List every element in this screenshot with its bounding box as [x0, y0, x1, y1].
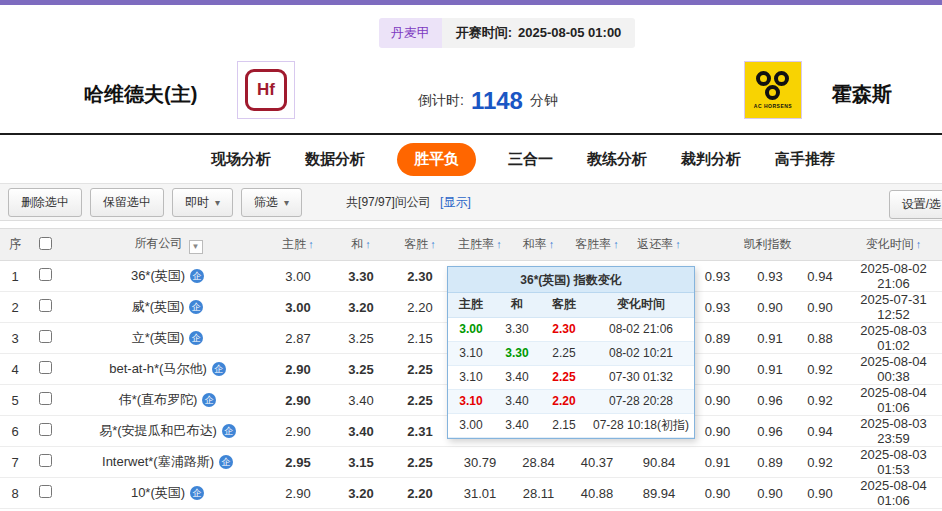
select-all-checkbox[interactable] — [39, 237, 52, 250]
odds-home[interactable]: 2.87 — [265, 323, 331, 354]
row-checkbox[interactable] — [39, 392, 52, 405]
odds-draw[interactable]: 3.15 — [331, 447, 391, 478]
delete-selected-button[interactable]: 删除选中 — [8, 188, 82, 217]
company-name[interactable]: bet-at-h*(马尔他) — [109, 361, 207, 376]
home-crest-icon: Hf — [245, 69, 287, 111]
display-link[interactable]: [显示] — [440, 195, 471, 209]
col-home-rate[interactable]: 主胜率↑ — [449, 229, 511, 261]
company-info-icon[interactable]: 企 — [202, 393, 216, 407]
odds-home[interactable]: 2.90 — [265, 416, 331, 447]
kelly-index-3: 0.88 — [795, 323, 845, 354]
popup-odds-draw: 3.40 — [494, 365, 540, 389]
tab-expert-picks[interactable]: 高手推荐 — [773, 144, 837, 175]
odds-away[interactable]: 2.30 — [391, 261, 449, 292]
countdown: 倒计时: 1148 分钟 — [418, 87, 558, 115]
company-filter-icon[interactable]: ▼ — [189, 240, 203, 254]
tab-win-draw-lose[interactable]: 胜平负 — [397, 143, 476, 176]
odds-away[interactable]: 2.20 — [391, 292, 449, 323]
company-info-icon[interactable]: 企 — [189, 331, 203, 345]
odds-home[interactable]: 2.90 — [265, 385, 331, 416]
popup-odds-home: 3.00 — [448, 413, 494, 437]
kelly-index-1: 0.90 — [690, 354, 745, 385]
odds-away[interactable]: 2.20 — [391, 478, 449, 509]
company-count-text: 共[97/97]间公司 — [346, 195, 431, 209]
company-cell: 立*(英国)企 — [60, 323, 265, 354]
col-home-odds[interactable]: 主胜↑ — [265, 229, 331, 261]
change-time: 2025-08-04 00:38 — [845, 354, 942, 385]
company-info-icon[interactable]: 企 — [190, 269, 204, 283]
odds-away[interactable]: 2.31 — [391, 416, 449, 447]
odds-away[interactable]: 2.15 — [391, 323, 449, 354]
tab-referee-analysis[interactable]: 裁判分析 — [679, 144, 743, 175]
filter-dropdown[interactable]: 筛选 ▾ — [241, 188, 302, 217]
company-info-icon[interactable]: 企 — [212, 362, 226, 376]
col-away-odds[interactable]: 客胜↑ — [391, 229, 449, 261]
row-checkbox[interactable] — [39, 268, 52, 281]
company-info-icon[interactable]: 企 — [222, 424, 236, 438]
company-name[interactable]: Interwet*(塞浦路斯) — [102, 454, 214, 469]
odds-away[interactable]: 2.25 — [391, 447, 449, 478]
tab-three-in-one[interactable]: 三合一 — [506, 144, 555, 175]
settings-button[interactable]: 设置/选 — [889, 190, 942, 219]
odds-draw[interactable]: 3.40 — [331, 416, 391, 447]
odds-draw[interactable]: 3.25 — [331, 323, 391, 354]
col-away-rate[interactable]: 客胜率↑ — [566, 229, 628, 261]
away-team-logo: AC HORSENS — [744, 61, 802, 119]
kelly-index-2: 0.90 — [745, 292, 795, 323]
col-draw-odds[interactable]: 和↑ — [331, 229, 391, 261]
company-cell: 10*(英国)企 — [60, 478, 265, 509]
tab-data-analysis[interactable]: 数据分析 — [303, 144, 367, 175]
kelly-index-1: 0.93 — [690, 261, 745, 292]
odds-home[interactable]: 2.95 — [265, 447, 331, 478]
row-checkbox[interactable] — [39, 361, 52, 374]
row-checkbox[interactable] — [39, 454, 52, 467]
row-checkbox[interactable] — [39, 485, 52, 498]
popup-odds-away: 2.25 — [540, 365, 588, 389]
company-name[interactable]: 10*(英国) — [131, 485, 185, 500]
odds-draw[interactable]: 3.20 — [331, 292, 391, 323]
company-name[interactable]: 伟*(直布罗陀) — [119, 392, 198, 407]
col-company[interactable]: 所有公司▼ — [60, 229, 265, 261]
company-name[interactable]: 36*(英国) — [131, 268, 185, 283]
odds-home[interactable]: 2.90 — [265, 354, 331, 385]
popup-odds-home: 3.00 — [448, 317, 494, 341]
tab-live-analysis[interactable]: 现场分析 — [209, 144, 273, 175]
popup-col-draw: 和 — [494, 293, 540, 317]
kelly-index-2: 0.93 — [745, 261, 795, 292]
sort-up-icon: ↑ — [365, 238, 371, 250]
countdown-label: 倒计时: — [418, 92, 464, 110]
odds-away[interactable]: 2.25 — [391, 385, 449, 416]
odds-draw[interactable]: 3.40 — [331, 385, 391, 416]
col-kelly[interactable]: 凯利指数 — [690, 229, 845, 261]
col-draw-rate[interactable]: 和率↑ — [511, 229, 566, 261]
company-info-icon[interactable]: 企 — [219, 455, 233, 469]
company-info-icon[interactable]: 企 — [189, 300, 203, 314]
col-index[interactable]: 序 — [0, 229, 30, 261]
popup-col-time: 变化时间 — [588, 293, 694, 317]
odds-home[interactable]: 3.00 — [265, 261, 331, 292]
row-checkbox-cell — [30, 354, 60, 385]
odds-draw[interactable]: 3.25 — [331, 354, 391, 385]
odds-home[interactable]: 3.00 — [265, 292, 331, 323]
away-crest-icon — [753, 71, 793, 103]
odds-home[interactable]: 2.90 — [265, 478, 331, 509]
tab-coach-analysis[interactable]: 教练分析 — [585, 144, 649, 175]
row-checkbox[interactable] — [39, 423, 52, 436]
keep-selected-button[interactable]: 保留选中 — [90, 188, 164, 217]
popup-change-time: 08-02 10:21 — [588, 341, 694, 365]
col-change-time[interactable]: 变化时间↑ — [845, 229, 942, 261]
col-return-rate[interactable]: 返还率↑ — [628, 229, 690, 261]
instant-dropdown[interactable]: 即时 ▾ — [172, 188, 233, 217]
row-index: 1 — [0, 261, 30, 292]
company-name[interactable]: 立*(英国) — [132, 330, 185, 345]
company-name[interactable]: 易*(安提瓜和巴布达) — [99, 423, 217, 438]
row-checkbox[interactable] — [39, 299, 52, 312]
odds-draw[interactable]: 3.30 — [331, 261, 391, 292]
row-checkbox[interactable] — [39, 330, 52, 343]
company-info-icon[interactable]: 企 — [190, 486, 204, 500]
table-header-row: 序 所有公司▼ 主胜↑ 和↑ 客胜↑ 主胜率↑ 和率↑ 客胜率↑ 返还率↑ 凯利… — [0, 229, 942, 261]
company-name[interactable]: 威*(英国) — [132, 299, 185, 314]
odds-draw[interactable]: 3.20 — [331, 478, 391, 509]
odds-away[interactable]: 2.25 — [391, 354, 449, 385]
sort-up-icon: ↑ — [430, 238, 436, 250]
